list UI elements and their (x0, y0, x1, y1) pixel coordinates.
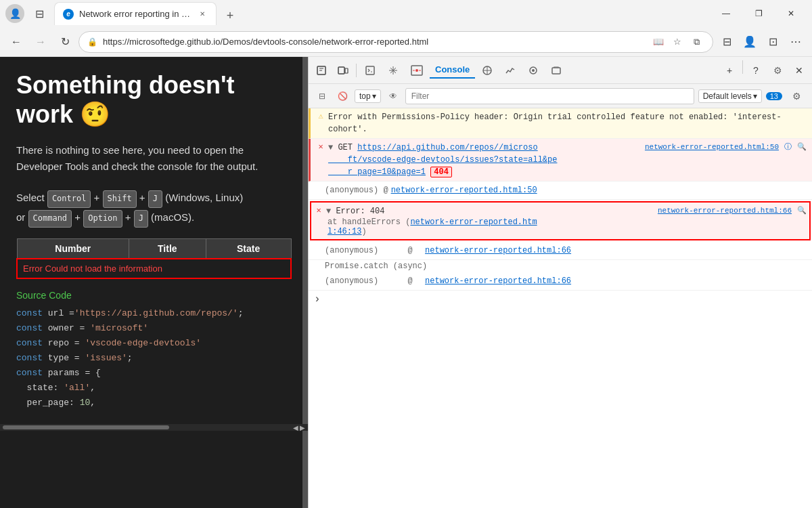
context-dropdown-arrow: ▾ (372, 91, 376, 101)
webpage-content: Something doesn't work 🤨 There is nothin… (0, 57, 308, 424)
shift-key: Shift (103, 190, 137, 208)
tab-application[interactable] (545, 62, 567, 79)
new-tab-button[interactable]: + (221, 6, 240, 25)
file-link-1[interactable]: network-error-reported.html:50 (645, 142, 779, 178)
console-messages-area: ⚠ Error with Permissions-Policy header: … (309, 108, 812, 508)
tab-memory[interactable] (522, 62, 544, 79)
stacktrace-link[interactable]: network-error-reported.html:46:13 (328, 217, 537, 236)
minimize-button[interactable]: — (710, 3, 742, 24)
levels-dropdown-arrow: ▾ (753, 91, 757, 101)
search-icon-1[interactable]: 🔍 (797, 142, 807, 178)
windows-label: (Windows, Linux) (165, 192, 243, 203)
search-icon-2[interactable]: 🔍 (797, 205, 807, 217)
data-table: Number Title State Error Could not load … (16, 238, 292, 279)
anon-text-1: (anonymous) @ (325, 184, 388, 196)
stacktrace-text: at handleErrors (network-error-reported.… (328, 217, 537, 236)
toolbar-separator-2 (742, 60, 743, 74)
devtools-toolbar: Console + ? ⚙ ✕ (309, 57, 812, 84)
context-selector[interactable]: top ▾ (355, 89, 381, 103)
file-link-2[interactable]: network-error-reported.html:66 (658, 205, 792, 217)
reader-mode-icon[interactable]: 📖 (650, 34, 667, 50)
expand-arrow-2[interactable]: ▼ (326, 207, 331, 216)
device-mode-button[interactable] (333, 60, 353, 81)
anon-link-2[interactable]: network-error-reported.html:66 (425, 245, 571, 257)
help-button[interactable]: ? (746, 60, 766, 81)
filter-input[interactable] (405, 88, 694, 104)
col-state: State (206, 238, 291, 259)
navigation-bar: ← → ↻ 🔒 https://microsoftedge.github.io/… (0, 27, 812, 57)
settings-icon[interactable]: ⋯ (785, 31, 807, 53)
data-table-section: Number Title State Error Could not load … (16, 238, 292, 279)
tab-network[interactable] (382, 62, 404, 79)
console-settings-button[interactable]: ⚙ (786, 86, 807, 106)
source-line-4: const type = 'issues'; (16, 351, 292, 366)
error-icon-2: ✕ (314, 206, 323, 215)
tabs-bar: Network error reporting in Cons ✕ + (54, 2, 700, 25)
url-text: https://microsoftedge.github.io/Demos/de… (103, 37, 645, 47)
refresh-button[interactable]: ↻ (54, 31, 76, 53)
tab-console-icon[interactable] (405, 62, 428, 79)
source-code: const url ='https://api.github.com/repos… (16, 306, 292, 411)
toolbar-separator-1 (356, 64, 357, 77)
svg-rect-9 (552, 68, 560, 74)
j-key-2: J (134, 210, 148, 228)
favorites-bar-icon[interactable]: ⊡ (762, 31, 784, 53)
console-anon-3: (anonymous) @ network-error-reported.htm… (309, 272, 812, 291)
table-error-row: Error Could not load the information (17, 259, 291, 278)
favorites-icon[interactable]: ☆ (669, 34, 685, 50)
option-key: Option (83, 210, 122, 228)
scroll-arrows: ◀ ▶ (293, 424, 305, 431)
close-button[interactable]: ✕ (775, 3, 807, 24)
address-bar[interactable]: 🔒 https://microsoftedge.github.io/Demos/… (78, 31, 713, 53)
source-section: Source Code const url ='https://api.gith… (16, 290, 292, 411)
message-count-badge: 13 (766, 92, 782, 100)
maximize-button[interactable]: ❐ (743, 3, 774, 24)
tab-close-button[interactable]: ✕ (197, 9, 208, 20)
tab-elements[interactable] (359, 62, 381, 79)
source-line-3: const repo = 'vscode-edge-devtools' (16, 336, 292, 351)
bottom-expand-arrow[interactable]: › (314, 293, 321, 305)
profile-menu-icon[interactable]: 👤 (739, 31, 761, 53)
console-sidebar-toggle[interactable]: ⊟ (314, 88, 330, 104)
error-404-row: ✕ ▼ Error: 404 network-error-reported.ht… (314, 205, 807, 217)
svg-rect-1 (338, 67, 344, 74)
source-line-7: per_page: 10, (16, 396, 292, 410)
error-code-404: 404 (430, 167, 452, 177)
horizontal-scrollbar[interactable]: ◀ ▶ (0, 424, 308, 431)
browser-frame: 👤 ⊟ Network error reporting in Cons ✕ + … (0, 0, 812, 508)
levels-selector[interactable]: Default levels ▾ (698, 89, 762, 103)
more-tabs-button[interactable]: + (719, 60, 740, 81)
anon-link-1[interactable]: network-error-reported.html:50 (391, 184, 537, 196)
inspect-element-button[interactable] (311, 60, 332, 81)
col-title: Title (129, 238, 206, 259)
sidebar-icon[interactable]: ⊟ (30, 4, 49, 23)
console-message-get-error: ✕ ▼ GET https://api.github.com/repos//mi… (309, 139, 812, 182)
collections-icon[interactable]: ⧉ (688, 34, 704, 50)
info-icon-1[interactable]: ⓘ (784, 142, 792, 178)
clear-console-button[interactable]: 🚫 (334, 88, 351, 104)
select-label: Select (16, 192, 45, 203)
close-devtools-button[interactable]: ✕ (789, 60, 809, 81)
expand-arrow-1[interactable]: ▼ (328, 143, 333, 152)
anon-link-3[interactable]: network-error-reported.html:66 (425, 275, 571, 287)
console-error-highlighted: ✕ ▼ Error: 404 network-error-reported.ht… (310, 201, 811, 240)
scroll-right-arrow[interactable]: ▶ (300, 424, 305, 431)
control-key: Control (47, 190, 91, 208)
devtools-settings-button[interactable]: ⚙ (767, 60, 788, 81)
svg-point-5 (415, 69, 418, 72)
tab-performance[interactable] (499, 62, 521, 79)
tab-sources[interactable] (476, 62, 498, 79)
tab-console[interactable]: Console (430, 62, 475, 79)
error-404-content: ▼ Error: 404 (326, 205, 655, 217)
live-expressions-button[interactable]: 👁 (385, 88, 401, 104)
console-anon-2: (anonymous) @ network-error-reported.htm… (309, 242, 812, 260)
webpage-panel: Something doesn't work 🤨 There is nothin… (0, 57, 308, 508)
window-controls: — ❐ ✕ (710, 3, 807, 24)
split-view-icon[interactable]: ⊟ (716, 31, 738, 53)
profile-icon[interactable]: 👤 (5, 4, 24, 23)
devtools-more-buttons: + ? ⚙ ✕ (719, 60, 809, 81)
back-button[interactable]: ← (5, 31, 27, 53)
scroll-left-arrow[interactable]: ◀ (293, 424, 298, 431)
forward-button[interactable]: → (30, 31, 51, 53)
active-tab[interactable]: Network error reporting in Cons ✕ (54, 2, 217, 25)
